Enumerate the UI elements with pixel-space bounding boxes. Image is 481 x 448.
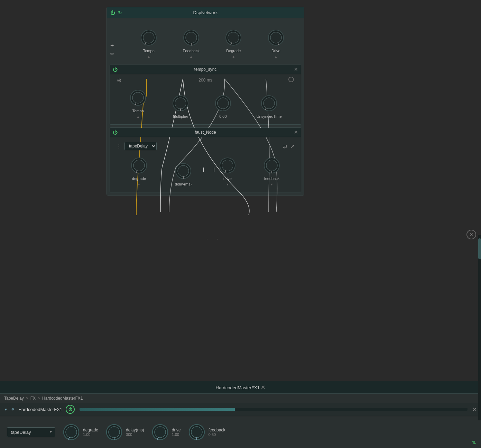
dsp-power-icon[interactable]: ⏻ xyxy=(110,10,115,16)
bottom-arrows[interactable]: ⇅ xyxy=(472,440,476,445)
breadcrumb-tapedelay: TapeDelay xyxy=(4,396,24,401)
bottom-toolbar: ▼ ❖ HardcodedMasterFX1 ⏻ ✕ xyxy=(0,403,481,416)
breadcrumb-fx: FX xyxy=(30,396,36,401)
tempo-knob-item: Tempo ▲ xyxy=(140,29,158,58)
ts-tempo-label: Tempo xyxy=(132,109,144,113)
svg-point-37 xyxy=(66,427,77,438)
drive-knob[interactable] xyxy=(267,29,285,47)
ts-tempo-item: Tempo ▲ xyxy=(129,89,147,118)
fn-degrade-item: degrade ▼ xyxy=(130,156,148,186)
bp-degrade-value: 1.00 xyxy=(83,432,98,437)
bp-degrade-knob[interactable] xyxy=(62,423,80,441)
feedback-knob-item: Feedback ▲ xyxy=(182,29,200,58)
bp-drive-knob[interactable] xyxy=(151,423,169,441)
tempo-sync-power[interactable]: ⏻ xyxy=(113,67,118,72)
bottom-panel-close[interactable]: ✕ xyxy=(261,384,265,390)
bottom-panel-title: HardcodedMasterFX1 xyxy=(216,385,260,390)
svg-point-7 xyxy=(228,32,239,43)
ts-multiplier-item: Multiplier xyxy=(172,94,189,118)
fn-feedback-label: feedback xyxy=(264,177,280,181)
ts-zero-knob[interactable] xyxy=(214,94,232,112)
svg-point-40 xyxy=(109,427,120,438)
ts-tempo-knob[interactable] xyxy=(129,89,147,107)
svg-point-22 xyxy=(263,98,275,109)
dsp-network-title: DspNetwork xyxy=(193,10,218,15)
bp-delay-info: delay(ms) 300 xyxy=(126,428,144,437)
add-button[interactable]: + xyxy=(110,42,114,49)
network-icon: ❖ xyxy=(11,407,15,412)
tempo-sync-title: tempo_sync xyxy=(194,67,217,72)
target-icon[interactable]: ⊕ xyxy=(117,77,121,84)
degrade-top-label: Degrade xyxy=(226,49,241,53)
faust-node-close[interactable]: ✕ xyxy=(294,130,298,135)
feedback-knob[interactable] xyxy=(182,29,200,47)
fn-feedback-knob[interactable] xyxy=(263,156,281,174)
degrade-param-group: degrade 1.00 xyxy=(62,423,98,441)
svg-point-19 xyxy=(218,98,229,109)
drive-knob-item: Drive ▲ xyxy=(267,29,285,58)
right-scrollbar[interactable] xyxy=(478,235,481,420)
fn-feedback-item: feedback ▼ xyxy=(263,156,281,186)
ts-multiplier-label: Multiplier xyxy=(173,114,188,118)
feedback-top-label: Feedback xyxy=(183,49,200,53)
circle-indicator xyxy=(288,77,294,82)
faust-node-power[interactable]: ⏻ xyxy=(113,130,118,135)
dsp-refresh-icon[interactable]: ↻ xyxy=(118,10,122,16)
tempo-knob[interactable] xyxy=(140,29,158,47)
fn-degrade-knob[interactable] xyxy=(130,156,148,174)
bp-feedback-knob[interactable] xyxy=(188,423,206,441)
drive-param-group: drive 1.00 xyxy=(151,423,181,441)
ts-unsynced-item: UnsyncedTime xyxy=(257,94,282,118)
breadcrumb-hardcoded: HardcodedMasterFX1 xyxy=(42,396,83,401)
dsp-toolbar: + ✏ xyxy=(110,42,114,56)
bottom-toolbar-close[interactable]: ✕ xyxy=(472,406,477,413)
feedback-param-group: feedback 0.50 xyxy=(188,423,225,441)
delay-param-group: delay(ms) 300 xyxy=(105,423,144,441)
bottom-progress-bar xyxy=(80,408,468,411)
degrade-connector-top: ▲ xyxy=(232,55,235,58)
tempo-label: Tempo xyxy=(143,49,155,53)
bottom-algo-select[interactable]: tapeDelay reverb chorus xyxy=(7,427,55,437)
faust-node-panel: ⏻ faust_Node ✕ ⋮ tapeDelay reverb chorus… xyxy=(110,127,301,192)
svg-point-34 xyxy=(266,160,277,171)
svg-point-28 xyxy=(178,165,189,177)
feedback-connector-top: ▲ xyxy=(189,55,193,58)
fn-drive-label: drive xyxy=(223,177,232,181)
svg-point-4 xyxy=(186,32,197,43)
bottom-progress-fill xyxy=(80,408,235,411)
ts-unsynced-knob[interactable] xyxy=(260,94,278,112)
ts-multiplier-knob[interactable] xyxy=(172,94,189,112)
faust-algo-select[interactable]: tapeDelay reverb chorus xyxy=(124,142,157,150)
ts-zero-label: 0.00 xyxy=(219,114,226,118)
faust-knob-row: degrade ▼ delay(ms) drive xyxy=(113,153,297,188)
tempo-sync-close[interactable]: ✕ xyxy=(294,67,298,72)
scrollbar-thumb[interactable] xyxy=(478,238,481,259)
sync-icon[interactable]: ⇄ xyxy=(283,143,287,150)
pencil-button[interactable]: ✏ xyxy=(110,51,114,56)
bp-delay-knob[interactable] xyxy=(105,423,123,441)
svg-point-31 xyxy=(222,160,233,171)
tempo-sync-knob-row: Tempo ▲ Multiplier 0.00 xyxy=(113,85,297,120)
circle-close-button[interactable]: ✕ xyxy=(466,230,476,239)
dsp-network-panel: ⏻ ↻ DspNetwork + ✏ Tempo ▲ xyxy=(107,7,304,196)
svg-point-46 xyxy=(191,427,202,438)
svg-point-13 xyxy=(132,92,144,103)
bottom-dropdown: tapeDelay reverb chorus xyxy=(7,427,55,437)
export-icon[interactable]: ↗ xyxy=(290,143,295,150)
svg-point-10 xyxy=(270,32,281,43)
triangle-icon[interactable]: ▼ xyxy=(4,408,8,411)
fn-drive-knob[interactable] xyxy=(219,156,237,174)
bottom-power-button[interactable]: ⏻ xyxy=(66,405,75,414)
degrade-knob[interactable] xyxy=(224,29,242,47)
degrade-knob-item: Degrade ▲ xyxy=(224,29,242,58)
bp-degrade-name: degrade xyxy=(83,428,98,432)
faust-menu-dots[interactable]: ⋮ xyxy=(116,143,122,150)
bp-delay-name: delay(ms) xyxy=(126,428,144,432)
svg-point-16 xyxy=(175,98,186,109)
fn-delay-knob[interactable] xyxy=(174,162,192,180)
bp-drive-info: drive 1.00 xyxy=(172,428,181,437)
fn-delay-item: delay(ms) xyxy=(174,162,192,186)
tempo-sync-content: ⊕ 200 ms Tempo ▲ xyxy=(110,74,301,124)
faust-dropdown-row: ⋮ tapeDelay reverb chorus ⇄ ↗ xyxy=(113,141,297,153)
bp-delay-value: 300 xyxy=(126,432,144,437)
